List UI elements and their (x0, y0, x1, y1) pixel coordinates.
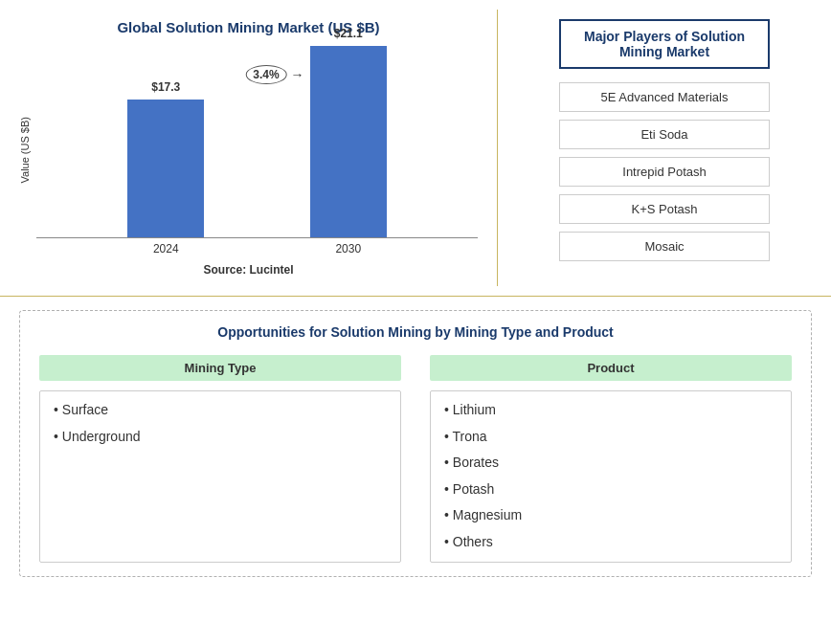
players-title: Major Players of Solution Mining Market (559, 19, 770, 69)
annotation-badge: 3.4% (245, 65, 286, 84)
mining-type-item-1: • Surface (54, 401, 387, 420)
mining-type-column: Mining Type • Surface • Underground (39, 355, 401, 563)
product-item-6: • Others (444, 533, 777, 552)
bar-group-2024: $17.3 (127, 80, 204, 237)
annotation: 3.4% → (245, 65, 303, 84)
bar-group-2030: $21.1 (310, 27, 387, 237)
x-label-2030: 2030 (310, 238, 387, 255)
two-columns: Mining Type • Surface • Underground Prod… (39, 355, 792, 563)
players-area: Major Players of Solution Mining Market … (498, 10, 831, 286)
top-section: Global Solution Mining Market (US $B) Va… (0, 0, 831, 297)
product-item-1: • Lithium (444, 401, 777, 420)
product-item-4: • Potash (444, 480, 777, 500)
mining-type-header: Mining Type (39, 355, 401, 381)
x-label-2024: 2024 (127, 238, 204, 255)
mining-type-item-2: • Underground (54, 428, 387, 447)
chart-wrapper: Value (US $B) $17.3 $21.1 (19, 45, 478, 255)
player-item-1: 5E Advanced Materials (559, 82, 770, 112)
xaxis-row: 2024 2030 (36, 237, 478, 255)
annotation-arrow: → (291, 67, 304, 82)
product-item-3: • Borates (444, 454, 777, 473)
bottom-section: Opportunities for Solution Mining by Min… (0, 297, 831, 644)
product-item-5: • Magnesium (444, 506, 777, 525)
bar-value-2024: $17.3 (151, 80, 180, 94)
bar-2024 (127, 100, 204, 237)
y-axis-label: Value (US $B) (19, 117, 31, 184)
player-item-5: Mosaic (559, 232, 770, 261)
mining-type-list: • Surface • Underground (39, 390, 401, 563)
source-text: Source: Lucintel (203, 263, 293, 277)
player-item-4: K+S Potash (559, 194, 770, 224)
product-column: Product • Lithium • Trona • Borates • Po… (430, 355, 792, 563)
opportunities-title: Opportunities for Solution Mining by Min… (39, 324, 792, 340)
product-item-2: • Trona (444, 428, 777, 447)
bars-wrapper: $17.3 $21.1 3.4% → (36, 46, 478, 237)
chart-area: Global Solution Mining Market (US $B) Va… (0, 10, 498, 286)
bar-value-2030: $21.1 (334, 27, 363, 40)
bar-2030 (310, 46, 387, 237)
product-header: Product (430, 355, 792, 381)
opportunities-box: Opportunities for Solution Mining by Min… (19, 310, 812, 577)
product-list: • Lithium • Trona • Borates • Potash • M… (430, 390, 792, 563)
player-item-3: Intrepid Potash (559, 157, 770, 187)
player-item-2: Eti Soda (559, 120, 770, 149)
